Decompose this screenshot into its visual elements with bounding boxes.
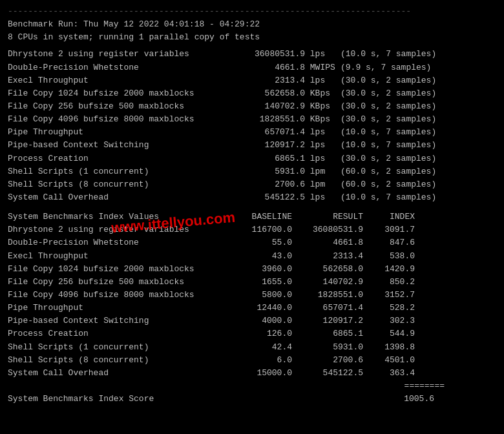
index-row-baseline: 43.0 <box>227 250 292 263</box>
index-row-result: 562658.0 <box>292 263 363 276</box>
index-row-baseline: 12440.0 <box>227 302 292 315</box>
index-header-result: RESULT <box>292 211 363 223</box>
bench-label: File Copy 1024 bufsize 2000 maxblocks <box>8 87 227 100</box>
index-row-index: 850.2 <box>363 276 415 289</box>
bench-unit: lps <box>305 139 341 152</box>
index-row-result: 2313.4 <box>292 250 363 263</box>
bench-value: 545122.5 <box>227 191 305 204</box>
index-row: File Copy 1024 bufsize 2000 maxblocks 39… <box>8 263 496 276</box>
benchmark-row: Pipe-based Context Switching 120917.2 lp… <box>8 139 496 152</box>
index-row: Double-Precision Whetstone 55.0 4661.8 8… <box>8 236 496 249</box>
bench-meta: (30.0 s, 2 samples) <box>341 87 496 100</box>
benchmark-row: File Copy 1024 bufsize 2000 maxblocks 56… <box>8 87 496 100</box>
index-row: Pipe Throughput 12440.0 657071.4 528.2 <box>8 302 496 315</box>
index-row-baseline: 4000.0 <box>227 315 292 327</box>
bench-meta: (30.0 s, 2 samples) <box>341 152 496 165</box>
bench-label: Process Creation <box>8 152 227 165</box>
bench-meta: (10.0 s, 7 samples) <box>341 191 496 204</box>
index-row-label: Process Creation <box>8 327 227 340</box>
index-header-label: System Benchmarks Index Values <box>8 211 227 223</box>
index-row-result: 4661.8 <box>292 236 363 249</box>
index-row: File Copy 256 bufsize 500 maxblocks 1655… <box>8 276 496 289</box>
benchmark-row: Double-Precision Whetstone 4661.8 MWIPS … <box>8 61 496 74</box>
index-row: Shell Scripts (8 concurrent) 6.0 2700.6 … <box>8 354 496 367</box>
index-row: Process Creation 126.0 6865.1 544.9 <box>8 327 496 340</box>
index-row-result: 120917.2 <box>292 315 363 327</box>
bench-unit: lpm <box>305 165 341 178</box>
index-row-label: File Copy 4096 bufsize 8000 maxblocks <box>8 289 227 302</box>
benchmark-row: Pipe Throughput 657071.4 lps (10.0 s, 7 … <box>8 126 496 139</box>
index-row-result: 36080531.9 <box>292 223 363 236</box>
bench-meta: (10.0 s, 7 samples) <box>341 126 496 139</box>
bench-meta: (60.0 s, 2 samples) <box>341 178 496 191</box>
index-row-index: 1420.9 <box>363 263 415 276</box>
benchmark-row: System Call Overhead 545122.5 lps (10.0 … <box>8 191 496 204</box>
bench-unit: KBps <box>305 113 341 126</box>
index-row-baseline: 5800.0 <box>227 289 292 302</box>
bench-value: 6865.1 <box>227 152 305 165</box>
bench-meta: (10.0 s, 7 samples) <box>341 48 496 61</box>
index-row-index: 538.0 <box>363 250 415 263</box>
bench-label: Shell Scripts (8 concurrent) <box>8 178 227 191</box>
index-row-label: Pipe Throughput <box>8 302 227 315</box>
bench-unit: lps <box>305 74 341 87</box>
index-row-result: 2700.6 <box>292 354 363 367</box>
benchmarks-list: Dhrystone 2 using register variables 360… <box>8 48 496 204</box>
bench-label: Pipe-based Context Switching <box>8 139 227 152</box>
bench-meta: (30.0 s, 2 samples) <box>341 113 496 126</box>
index-row-label: Shell Scripts (1 concurrent) <box>8 341 227 354</box>
index-row-label: Execl Throughput <box>8 250 227 263</box>
terminal-container: ----------------------------------------… <box>8 5 496 406</box>
index-header-baseline: BASELINE <box>227 211 292 223</box>
bench-unit: KBps <box>305 100 341 113</box>
bench-meta: (9.9 s, 7 samples) <box>341 61 496 74</box>
score-value: 1005.6 <box>383 393 434 406</box>
top-separator: ----------------------------------------… <box>8 5 496 18</box>
index-row: Dhrystone 2 using register variables 116… <box>8 223 496 236</box>
bench-label: Execl Throughput <box>8 74 227 87</box>
bench-label: Double-Precision Whetstone <box>8 61 227 74</box>
bench-value: 2700.6 <box>227 178 305 191</box>
bench-value: 562658.0 <box>227 87 305 100</box>
index-row-result: 5931.0 <box>292 341 363 354</box>
index-row-baseline: 116700.0 <box>227 223 292 236</box>
benchmark-row: File Copy 4096 bufsize 8000 maxblocks 18… <box>8 113 496 126</box>
index-row-result: 1828551.0 <box>292 289 363 302</box>
index-row-label: Dhrystone 2 using register variables <box>8 223 227 236</box>
benchmark-row: Execl Throughput 2313.4 lps (30.0 s, 2 s… <box>8 74 496 87</box>
index-list: Dhrystone 2 using register variables 116… <box>8 223 496 380</box>
bench-unit: lps <box>305 191 341 204</box>
score-label: System Benchmarks Index Score <box>8 393 383 406</box>
index-row-baseline: 55.0 <box>227 236 292 249</box>
index-header: System Benchmarks Index Values BASELINE … <box>8 211 496 223</box>
index-row-index: 847.6 <box>363 236 415 249</box>
index-row-baseline: 15000.0 <box>227 367 292 380</box>
index-row-index: 3091.7 <box>363 223 415 236</box>
index-row: Pipe-based Context Switching 4000.0 1209… <box>8 315 496 327</box>
bench-label: Shell Scripts (1 concurrent) <box>8 165 227 178</box>
index-row-index: 363.4 <box>363 367 415 380</box>
bench-label: Pipe Throughput <box>8 126 227 139</box>
bench-value: 140702.9 <box>227 100 305 113</box>
bench-meta: (10.0 s, 7 samples) <box>341 139 496 152</box>
bench-meta: (30.0 s, 2 samples) <box>341 100 496 113</box>
bench-unit: lpm <box>305 178 341 191</box>
benchmark-row: Shell Scripts (1 concurrent) 5931.0 lpm … <box>8 165 496 178</box>
index-row-label: System Call Overhead <box>8 367 227 380</box>
bench-value: 4661.8 <box>227 61 305 74</box>
index-row-index: 544.9 <box>363 327 415 340</box>
header-line2: 8 CPUs in system; running 1 parallel cop… <box>8 31 496 44</box>
index-row-label: Pipe-based Context Switching <box>8 315 227 327</box>
benchmark-row: File Copy 256 bufsize 500 maxblocks 1407… <box>8 100 496 113</box>
index-row-label: File Copy 1024 bufsize 2000 maxblocks <box>8 263 227 276</box>
benchmark-row: Process Creation 6865.1 lps (30.0 s, 2 s… <box>8 152 496 165</box>
index-row-label: Shell Scripts (8 concurrent) <box>8 354 227 367</box>
index-row-index: 4501.0 <box>363 354 415 367</box>
score-row: System Benchmarks Index Score 1005.6 <box>8 393 496 406</box>
bench-label: File Copy 256 bufsize 500 maxblocks <box>8 100 227 113</box>
index-row-baseline: 126.0 <box>227 327 292 340</box>
index-row-baseline: 42.4 <box>227 341 292 354</box>
bench-value: 657071.4 <box>227 126 305 139</box>
bench-value: 2313.4 <box>227 74 305 87</box>
index-row-result: 545122.5 <box>292 367 363 380</box>
